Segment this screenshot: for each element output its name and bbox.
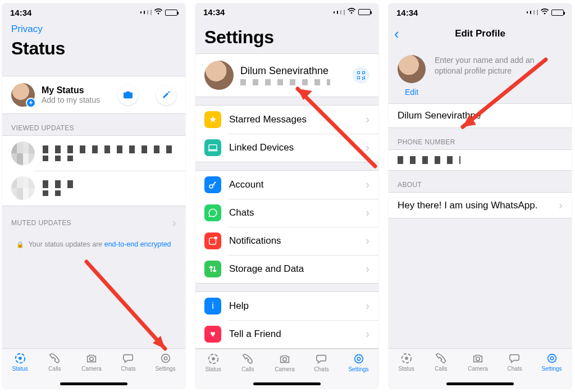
plus-badge-icon: + <box>26 98 36 108</box>
svg-point-21 <box>476 357 480 361</box>
phone-number-header: PHONE NUMBER <box>389 128 572 149</box>
svg-point-3 <box>161 354 170 363</box>
wifi-icon <box>154 8 163 17</box>
wifi-icon <box>540 8 549 17</box>
my-status-title: My Status <box>42 85 100 95</box>
section-starred-linked: ★ Starred Messages › Linked Devices › <box>195 105 378 162</box>
profile-name: Dilum Senevirathne <box>240 65 346 77</box>
section-help-group: i Help › ♥ Tell a Friend › <box>195 291 378 349</box>
redacted-name <box>43 180 76 188</box>
battery-icon <box>551 10 564 16</box>
camera-button[interactable] <box>118 85 138 105</box>
phone-edit-profile-screen: 14:34 ‹ Edit Profile Edit Enter your nam… <box>389 3 572 389</box>
about-header: ABOUT <box>389 171 572 192</box>
my-status-row[interactable]: + My Status Add to my status <box>2 76 185 114</box>
viewed-updates-section <box>2 135 185 206</box>
large-header: Privacy Status <box>2 21 185 65</box>
redacted-time <box>43 156 76 161</box>
battery-icon <box>358 9 371 15</box>
profile-hint: Enter your name and add an optional prof… <box>435 55 563 97</box>
encryption-link[interactable]: end-to-end encrypted <box>104 240 171 248</box>
back-button[interactable]: ‹ <box>394 25 399 43</box>
tab-status[interactable]: Status <box>12 352 28 389</box>
phone-status-screen: 14:34 Privacy Status + My Status Add to … <box>2 3 185 389</box>
viewed-updates-header: VIEWED UPDATES <box>2 114 185 135</box>
row-storage-data[interactable]: Storage and Data › <box>195 255 378 283</box>
battery-icon <box>165 10 177 16</box>
tab-status[interactable]: Status <box>205 353 221 389</box>
svg-point-4 <box>164 357 167 360</box>
page-title: Settings <box>204 27 369 48</box>
home-indicator <box>446 382 514 385</box>
tab-settings[interactable]: Settings <box>155 352 175 389</box>
status-entry[interactable] <box>2 136 185 171</box>
status-entry[interactable] <box>2 171 185 206</box>
compose-button[interactable] <box>156 85 176 105</box>
name-field[interactable]: Dilum Senevirathne <box>389 103 572 128</box>
heart-icon: ♥ <box>204 326 221 343</box>
status-indicators <box>140 8 177 17</box>
chevron-right-icon: › <box>366 113 369 126</box>
muted-updates-header[interactable]: MUTED UPDATES › <box>2 206 185 233</box>
chevron-right-icon: › <box>366 299 369 312</box>
home-indicator <box>253 382 321 385</box>
avatar: + <box>11 83 35 107</box>
status-bar: 14:34 <box>195 3 378 21</box>
svg-point-20 <box>405 357 408 360</box>
svg-point-22 <box>547 354 556 363</box>
tab-settings[interactable]: Settings <box>348 353 368 389</box>
clock: 14:34 <box>10 8 31 17</box>
info-icon: i <box>204 298 221 314</box>
status-thumbnail <box>11 142 35 165</box>
edit-photo-link[interactable]: Edit <box>405 88 418 97</box>
row-help[interactable]: i Help › <box>195 292 378 320</box>
nav-bar: ‹ Edit Profile <box>389 21 572 46</box>
chevron-right-icon: › <box>366 141 369 154</box>
svg-point-2 <box>90 357 93 361</box>
redacted-time <box>43 190 67 196</box>
svg-line-5 <box>86 262 165 349</box>
privacy-link[interactable]: Privacy <box>11 24 43 34</box>
tab-settings[interactable]: Settings <box>541 352 562 389</box>
svg-marker-6 <box>153 336 165 349</box>
status-bar: 14:34 <box>2 3 185 21</box>
section-account-group: Account › Chats › Notifications › <box>195 170 378 284</box>
row-starred-messages[interactable]: ★ Starred Messages › <box>195 106 378 134</box>
chevron-right-icon: › <box>172 216 176 229</box>
svg-point-1 <box>19 357 22 360</box>
arrows-vertical-icon <box>204 261 221 277</box>
home-indicator <box>60 382 127 385</box>
chevron-right-icon: › <box>366 262 369 275</box>
row-chats[interactable]: Chats › <box>195 199 378 227</box>
chevron-right-icon: › <box>559 199 563 212</box>
clock: 14:34 <box>396 8 418 17</box>
page-title: Status <box>11 38 176 59</box>
profile-row[interactable]: Dilum Senevirathne <box>195 53 378 97</box>
chevron-right-icon: › <box>366 234 369 247</box>
avatar <box>204 61 234 90</box>
chevron-right-icon: › <box>366 206 369 219</box>
star-icon: ★ <box>204 111 221 128</box>
about-field[interactable]: Hey there! I am using WhatsApp. › <box>389 192 572 218</box>
svg-point-13 <box>212 357 215 361</box>
svg-rect-8 <box>208 150 218 151</box>
avatar[interactable] <box>398 55 426 83</box>
tab-status[interactable]: Status <box>398 352 414 389</box>
redacted-status <box>240 79 330 85</box>
key-icon <box>204 176 221 193</box>
row-account[interactable]: Account › <box>195 171 378 199</box>
svg-rect-7 <box>209 144 217 149</box>
row-tell-friend[interactable]: ♥ Tell a Friend › <box>195 320 378 348</box>
whatsapp-icon <box>204 204 221 221</box>
laptop-icon <box>204 139 221 156</box>
app-badge-icon <box>204 233 221 249</box>
redacted-phone <box>398 156 460 164</box>
lock-icon: 🔒 <box>16 241 24 248</box>
qr-code-button[interactable] <box>353 67 369 84</box>
row-notifications[interactable]: Notifications › <box>195 227 378 255</box>
svg-point-16 <box>357 357 360 361</box>
encryption-notice: 🔒 Your status updates are end-to-end enc… <box>2 233 185 256</box>
redacted-name <box>43 145 176 153</box>
svg-point-14 <box>283 357 286 361</box>
row-linked-devices[interactable]: Linked Devices › <box>195 134 378 162</box>
